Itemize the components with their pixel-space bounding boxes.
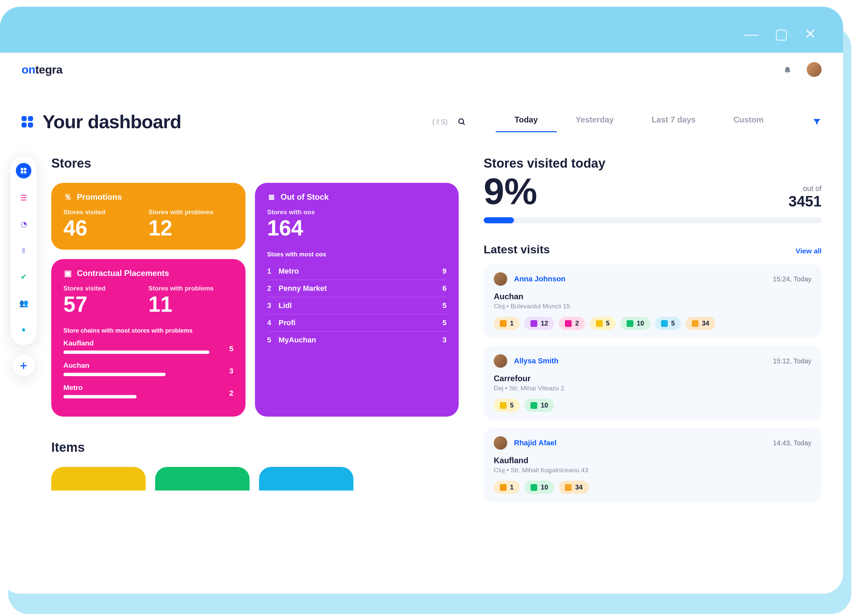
view-all-link[interactable]: View all bbox=[796, 247, 822, 255]
app-surface: ontegra Your dashboard (⇧S) TodayYesterd… bbox=[0, 53, 843, 594]
oos-list: 1Metro92Penny Market63Lidl54Profi55MyAuc… bbox=[267, 263, 447, 349]
chains-bar-list: Kaufland 5Auchan 3Metro 2 bbox=[63, 339, 233, 398]
tab-custom[interactable]: Custom bbox=[715, 111, 782, 132]
kpi-percent: 9% bbox=[483, 173, 537, 210]
badge-icon bbox=[530, 402, 537, 409]
visit-user-name[interactable]: Anna Johnson bbox=[514, 275, 566, 283]
oos-count: 164 bbox=[267, 217, 447, 239]
metric-badge: 34 bbox=[686, 317, 715, 330]
metric-badge: 5 bbox=[590, 317, 616, 330]
search-icon[interactable] bbox=[457, 118, 466, 126]
nav-map[interactable]: ⫴ bbox=[17, 244, 30, 258]
item-pill-row bbox=[51, 467, 459, 490]
visit-card[interactable]: Rhajid Afael 14:43, Today Kaufland Cluj … bbox=[483, 428, 822, 502]
window-maximize-icon[interactable]: ▢ bbox=[775, 26, 788, 42]
contractual-visited: 57 bbox=[63, 294, 148, 315]
badge-icon bbox=[661, 320, 668, 327]
oos-row[interactable]: 1Metro9 bbox=[267, 263, 447, 280]
badge-icon bbox=[565, 484, 572, 491]
visit-avatar bbox=[494, 436, 507, 450]
metric-badge: 1 bbox=[494, 317, 520, 330]
chain-bar: Auchan 3 bbox=[63, 361, 233, 376]
card-title: Out of Stock bbox=[281, 192, 329, 202]
metric-badge: 34 bbox=[559, 481, 589, 494]
nav-rail: ☰ ◔ ⫴ ✔ 👥 ● ＋ bbox=[0, 133, 47, 510]
visit-store: Carrefour bbox=[494, 374, 811, 383]
promotions-problems: 12 bbox=[148, 217, 233, 239]
tab-today[interactable]: Today bbox=[496, 111, 557, 132]
item-pill[interactable] bbox=[259, 467, 353, 490]
page-title: Your dashboard bbox=[42, 111, 181, 133]
chain-bar: Kaufland 5 bbox=[63, 339, 233, 354]
tab-last-7-days[interactable]: Last 7 days bbox=[633, 111, 715, 132]
window-close-icon[interactable]: ✕ bbox=[804, 26, 816, 42]
topbar: ontegra bbox=[0, 53, 843, 77]
notifications-icon[interactable] bbox=[783, 65, 792, 74]
svg-rect-5 bbox=[24, 171, 26, 173]
svg-rect-4 bbox=[21, 171, 23, 173]
badge-icon bbox=[530, 484, 537, 491]
visit-address: Cluj • Bulevardul Muncii 15 bbox=[494, 303, 811, 310]
metric-badge: 2 bbox=[559, 317, 585, 330]
kpi-title: Stores visited today bbox=[483, 156, 822, 171]
item-pill[interactable] bbox=[155, 467, 250, 490]
title-row: Your dashboard (⇧S) TodayYesterdayLast 7… bbox=[0, 77, 843, 133]
nav-dashboard[interactable] bbox=[16, 163, 31, 178]
visit-time: 15:12, Today bbox=[773, 357, 811, 365]
card-title: Promotions bbox=[77, 192, 122, 202]
tab-yesterday[interactable]: Yesterday bbox=[557, 111, 633, 132]
card-contractual[interactable]: ▣Contractual Placements Stores visited57… bbox=[51, 259, 245, 416]
metric-badge: 1 bbox=[494, 481, 520, 494]
badge-icon bbox=[530, 320, 537, 327]
badge-icon bbox=[596, 320, 603, 327]
oos-row[interactable]: 5MyAuchan3 bbox=[267, 332, 447, 349]
visit-user-name[interactable]: Rhajid Afael bbox=[514, 438, 557, 447]
card-oos[interactable]: ≣Out of Stock Stores with oos 164 Stoes … bbox=[255, 183, 459, 416]
visit-store: Kaufland bbox=[494, 456, 811, 465]
badge-icon bbox=[500, 402, 507, 409]
visit-avatar bbox=[494, 272, 507, 286]
card-title: Contractual Placements bbox=[77, 269, 169, 278]
oos-row[interactable]: 4Profi5 bbox=[267, 314, 447, 332]
oos-row[interactable]: 2Penny Market6 bbox=[267, 280, 447, 297]
nav-analytics[interactable]: ◔ bbox=[17, 218, 30, 231]
promotions-visited: 46 bbox=[63, 217, 148, 239]
nav-lists[interactable]: ☰ bbox=[17, 191, 30, 205]
chain-bar: Metro 2 bbox=[63, 383, 233, 398]
svg-line-1 bbox=[463, 123, 465, 124]
visit-time: 15:24, Today bbox=[773, 275, 811, 283]
visit-address: Cluj • Str. Mihail Kogalniceanu 43 bbox=[494, 467, 811, 474]
brand-logo[interactable]: ontegra bbox=[22, 63, 63, 76]
user-avatar[interactable] bbox=[807, 62, 822, 77]
timerange-tabs: TodayYesterdayLast 7 daysCustom bbox=[496, 111, 782, 132]
percent-icon: ％ bbox=[63, 193, 72, 201]
badge-icon bbox=[692, 320, 698, 327]
visit-card[interactable]: Anna Johnson 15:24, Today Auchan Cluj • … bbox=[483, 264, 822, 338]
visit-store: Auchan bbox=[494, 292, 811, 301]
item-pill[interactable] bbox=[51, 467, 146, 490]
visit-user-name[interactable]: Allysa Smith bbox=[514, 357, 559, 365]
stack-icon: ≣ bbox=[267, 193, 276, 201]
metric-badge: 10 bbox=[524, 481, 554, 494]
visit-card[interactable]: Allysa Smith 15:12, Today Carrefour Dej … bbox=[483, 346, 822, 420]
window-chrome: — ▢ ✕ ontegra Your dashboard (⇧S) TodayY… bbox=[0, 7, 843, 594]
contractual-problems: 11 bbox=[148, 294, 233, 315]
visit-avatar bbox=[494, 354, 507, 368]
nav-chat[interactable]: ● bbox=[17, 323, 30, 336]
clipboard-icon: ▣ bbox=[63, 269, 72, 278]
visit-list: Anna Johnson 15:24, Today Auchan Cluj • … bbox=[483, 264, 822, 502]
nav-team[interactable]: 👥 bbox=[17, 297, 30, 310]
nav-tasks[interactable]: ✔ bbox=[17, 270, 30, 284]
svg-rect-3 bbox=[24, 168, 26, 170]
nav-add-button[interactable]: ＋ bbox=[13, 355, 35, 376]
filter-icon[interactable] bbox=[812, 117, 822, 127]
oos-row[interactable]: 3Lidl5 bbox=[267, 297, 447, 314]
metric-badge: 5 bbox=[494, 399, 520, 412]
kpi-progress bbox=[483, 217, 822, 223]
badge-icon bbox=[627, 320, 633, 327]
svg-point-0 bbox=[459, 119, 463, 124]
card-promotions[interactable]: ％Promotions Stores visited46 Stores with… bbox=[51, 183, 245, 250]
metric-badge: 10 bbox=[524, 399, 554, 412]
metric-badge: 5 bbox=[655, 317, 681, 330]
window-minimize-icon[interactable]: — bbox=[744, 26, 758, 42]
